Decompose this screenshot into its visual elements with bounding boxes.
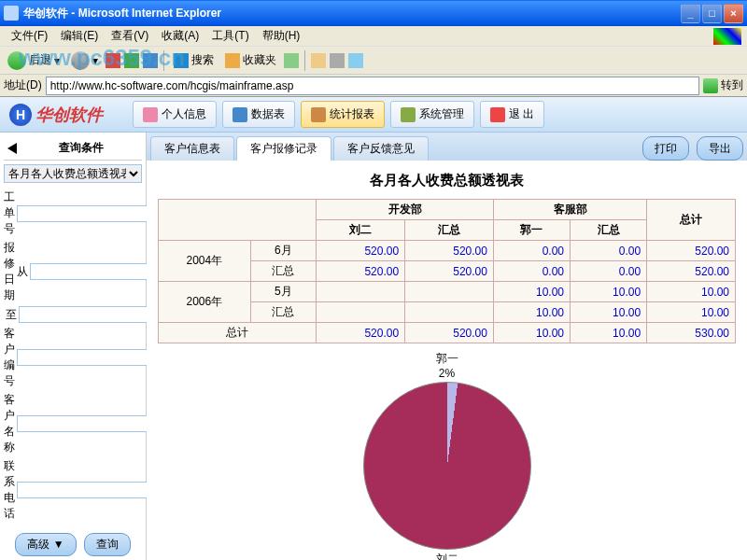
collapse-icon[interactable]: [7, 143, 17, 154]
tabs: 客户信息表 客户报修记录 客户反馈意见 打印 导出: [147, 133, 747, 161]
input-customer-no[interactable]: [17, 349, 162, 366]
back-icon: [7, 51, 26, 70]
exit-icon: [490, 107, 505, 122]
maximize-button[interactable]: □: [702, 4, 722, 23]
sidebar: 查询条件 各月各人收费总额透视表 工单号 报修日期 从 至: [0, 133, 147, 560]
print-icon[interactable]: [330, 53, 345, 68]
gear-icon: [401, 107, 416, 122]
app-logo-icon: H: [9, 104, 32, 126]
mail-icon[interactable]: [311, 53, 326, 68]
address-label: 地址(D): [4, 77, 42, 93]
window-titlebar: 华创软件 - Microsoft Internet Explorer _ □ ×: [0, 0, 747, 26]
chart-icon: [311, 107, 326, 122]
sidebar-header: 查询条件: [4, 136, 142, 161]
back-button[interactable]: 后退 ▾: [4, 49, 63, 72]
nav-system[interactable]: 系统管理: [390, 101, 474, 128]
edit-icon[interactable]: [348, 53, 363, 68]
search-button[interactable]: 搜索: [170, 50, 218, 70]
app-logo: H 华创软件: [9, 104, 103, 126]
addressbar: 地址(D) http://www.hc-software.com/hcgis/m…: [0, 75, 747, 97]
table-icon: [233, 107, 247, 122]
main-content: 客户信息表 客户报修记录 客户反馈意见 打印 导出 各月各人收费总额透视表 开发…: [147, 133, 747, 560]
nav-exit[interactable]: 退 出: [480, 101, 544, 128]
label-work-no: 工单号: [4, 189, 15, 237]
home-icon[interactable]: [143, 53, 158, 68]
input-customer-name[interactable]: [17, 415, 162, 432]
export-button[interactable]: 导出: [697, 136, 743, 161]
menu-view[interactable]: 查看(V): [106, 26, 154, 46]
pivot-table: 开发部 客服部 总计 刘二 汇总 郭一 汇总 2004年 6月 520.00: [158, 199, 736, 343]
nav-stats[interactable]: 统计报表: [301, 101, 385, 128]
window-title: 华创软件 - Microsoft Internet Explorer: [23, 6, 681, 21]
go-button[interactable]: 转到: [703, 77, 743, 93]
menu-help[interactable]: 帮助(H): [257, 26, 306, 46]
ie-logo-icon: [713, 28, 741, 45]
pie-label-guo: 郭一 2%: [436, 351, 458, 380]
go-icon: [703, 78, 718, 93]
search-icon: [174, 53, 189, 68]
nav-personal[interactable]: 个人信息: [133, 101, 217, 128]
label-phone: 联系电话: [4, 458, 15, 522]
search-label: 搜索: [191, 52, 214, 68]
forward-icon: [71, 51, 90, 70]
pie-graphic: [363, 382, 531, 550]
refresh-icon[interactable]: [124, 53, 139, 68]
tab-feedback[interactable]: 客户反馈意见: [333, 136, 429, 161]
minimize-button[interactable]: _: [681, 4, 700, 23]
pie-label-liu: 刘二 98%: [435, 552, 458, 560]
back-label: 后退: [29, 52, 51, 68]
history-icon[interactable]: [284, 53, 299, 68]
dropdown-icon: ▾: [92, 54, 98, 67]
print-button[interactable]: 打印: [642, 136, 689, 161]
toolbar: 后退 ▾ ▾ 搜索 收藏夹: [0, 47, 747, 75]
address-input[interactable]: http://www.hc-software.com/hcgis/mainfra…: [46, 77, 699, 95]
label-customer-name: 客户名称: [4, 392, 15, 455]
favorites-button[interactable]: 收藏夹: [221, 50, 280, 70]
menu-favorites[interactable]: 收藏(A): [156, 26, 204, 46]
report-title: 各月各人收费总额透视表: [158, 172, 736, 189]
address-url: http://www.hc-software.com/hcgis/mainfra…: [50, 79, 294, 92]
menu-file[interactable]: 文件(F): [6, 26, 53, 46]
label-report-date: 报修日期: [4, 240, 15, 303]
stop-icon[interactable]: [106, 53, 120, 68]
favorites-label: 收藏夹: [243, 52, 276, 68]
report-type-select[interactable]: 各月各人收费总额透视表: [4, 164, 142, 183]
app-header: H 华创软件 个人信息 数据表 统计报表 系统管理 退 出: [0, 97, 747, 133]
forward-button[interactable]: ▾: [67, 49, 102, 72]
tab-customer-info[interactable]: 客户信息表: [150, 136, 234, 161]
menu-edit[interactable]: 编辑(E): [55, 26, 104, 46]
menu-tools[interactable]: 工具(T): [206, 26, 254, 46]
sidebar-title: 查询条件: [24, 140, 138, 156]
input-phone[interactable]: [17, 482, 162, 498]
close-button[interactable]: ×: [724, 4, 743, 23]
star-icon: [225, 53, 240, 68]
nav-data[interactable]: 数据表: [222, 101, 295, 128]
app-logo-text: 华创软件: [35, 104, 103, 126]
query-button[interactable]: 查询: [84, 533, 131, 556]
person-icon: [143, 107, 158, 122]
go-label: 转到: [721, 77, 743, 93]
menubar: 文件(F) 编辑(E) 查看(V) 收藏(A) 工具(T) 帮助(H): [0, 26, 747, 47]
pie-chart: 郭一 2% 刘二 98%: [158, 351, 736, 560]
input-date-to[interactable]: [19, 306, 164, 323]
app-icon: [4, 6, 19, 21]
input-work-no[interactable]: [17, 205, 162, 222]
label-customer-no: 客户编号: [4, 326, 15, 389]
advanced-button[interactable]: 高级 ▼: [15, 533, 76, 556]
tab-repair-record[interactable]: 客户报修记录: [236, 136, 331, 161]
dropdown-icon: ▾: [54, 54, 60, 67]
